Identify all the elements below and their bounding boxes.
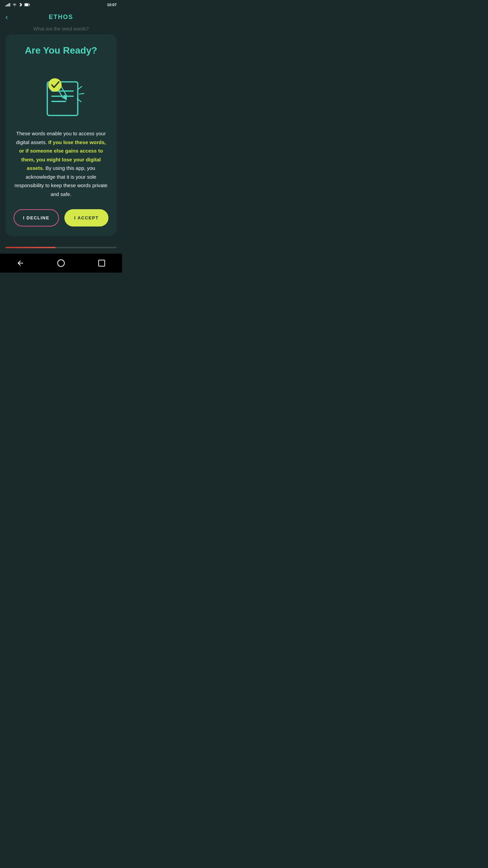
background-text: What are the seed words?	[0, 25, 122, 32]
svg-rect-0	[5, 5, 6, 6]
svg-rect-8	[29, 4, 30, 5]
bottom-nav	[0, 254, 122, 273]
accept-button[interactable]: I ACCEPT	[64, 209, 108, 226]
decline-button[interactable]: I DECLINE	[14, 209, 59, 226]
nav-home-icon	[57, 259, 65, 267]
top-nav: ‹ Ethos	[0, 9, 122, 25]
svg-point-19	[48, 78, 62, 92]
wifi-icon	[12, 3, 17, 6]
nav-home-button[interactable]	[54, 256, 68, 270]
back-button[interactable]: ‹	[5, 13, 8, 22]
status-bar-right: 10:07	[107, 3, 117, 7]
nav-back-icon	[16, 259, 24, 267]
svg-rect-21	[99, 260, 105, 266]
time-display: 10:07	[107, 3, 117, 7]
progress-bar-container	[0, 241, 122, 254]
buttons-row: I DECLINE I ACCEPT	[14, 209, 108, 226]
modal-card: Are You Ready? These wo	[5, 34, 117, 236]
progress-bar-track	[5, 247, 117, 248]
svg-rect-7	[25, 4, 28, 6]
battery-icon	[24, 3, 30, 6]
progress-bar-fill	[5, 247, 56, 248]
svg-rect-2	[7, 4, 8, 6]
signal-icon	[5, 3, 10, 6]
nav-recents-button[interactable]	[95, 256, 108, 270]
body-text: These words enable you to access your di…	[14, 129, 108, 198]
svg-line-17	[79, 94, 84, 94]
bluetooth-icon	[19, 2, 22, 7]
svg-rect-4	[9, 3, 10, 6]
svg-rect-1	[6, 5, 7, 6]
svg-point-20	[58, 260, 64, 267]
illustration	[30, 65, 92, 120]
nav-back-button[interactable]	[14, 256, 27, 270]
status-bar-left	[5, 2, 30, 7]
nav-recents-icon	[98, 259, 106, 267]
svg-rect-3	[8, 3, 9, 6]
modal-title: Are You Ready?	[25, 45, 97, 56]
status-bar: 10:07	[0, 0, 122, 9]
document-checkmark-icon	[30, 65, 92, 120]
svg-point-5	[14, 6, 15, 6]
page-title: Ethos	[49, 14, 73, 21]
